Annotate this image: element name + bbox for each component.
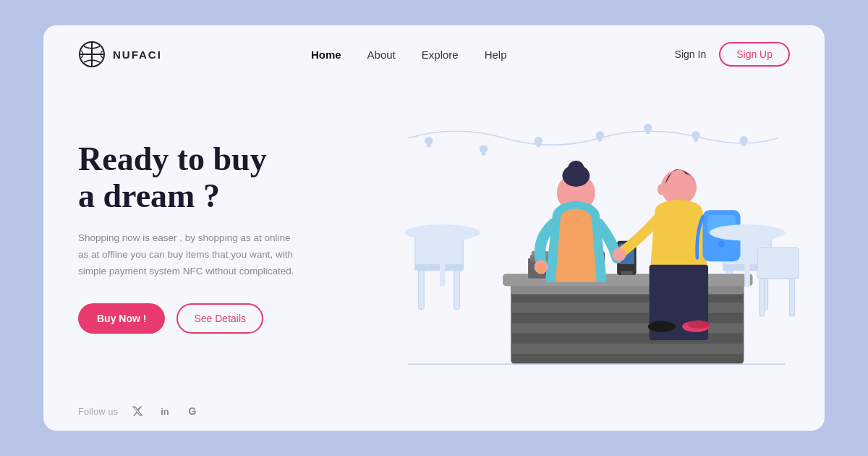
- nav-help[interactable]: Help: [485, 48, 507, 61]
- svg-point-15: [740, 136, 748, 144]
- nav-links: Home About Explore Help: [311, 48, 507, 61]
- svg-point-55: [718, 241, 724, 248]
- svg-point-49: [658, 184, 664, 195]
- svg-point-7: [535, 137, 542, 145]
- svg-rect-14: [694, 139, 698, 142]
- hero-buttons: Buy Now ! See Details: [78, 303, 353, 334]
- svg-point-45: [568, 161, 584, 177]
- see-details-button[interactable]: See Details: [176, 303, 263, 334]
- svg-rect-20: [415, 265, 463, 271]
- svg-rect-8: [536, 144, 540, 147]
- nav-explore[interactable]: Explore: [422, 48, 459, 61]
- follow-label: Follow us: [78, 406, 118, 417]
- svg-rect-62: [440, 231, 446, 286]
- svg-rect-36: [621, 271, 633, 275]
- nav-home[interactable]: Home: [311, 48, 341, 61]
- sign-in-button[interactable]: Sign In: [675, 48, 707, 60]
- svg-rect-27: [790, 279, 795, 316]
- google-icon[interactable]: G: [184, 403, 200, 419]
- main-card: NUFACI Home About Explore Help Sign In S…: [43, 25, 825, 431]
- buy-now-button[interactable]: Buy Now !: [78, 303, 165, 334]
- svg-rect-26: [760, 279, 765, 316]
- linkedin-icon[interactable]: in: [157, 403, 173, 419]
- navbar: NUFACI Home About Explore Help Sign In S…: [43, 25, 825, 83]
- footer: Follow us in G: [43, 392, 825, 431]
- svg-rect-63: [744, 231, 750, 286]
- main-content: Ready to buy a dream ? Shopping now is e…: [43, 83, 825, 392]
- svg-point-13: [692, 131, 699, 139]
- logo-icon: [78, 41, 106, 68]
- svg-rect-25: [757, 248, 799, 279]
- twitter-icon[interactable]: [129, 403, 145, 419]
- svg-point-3: [425, 137, 433, 145]
- svg-rect-16: [741, 143, 746, 146]
- logo[interactable]: NUFACI: [78, 41, 162, 68]
- nav-about[interactable]: About: [367, 48, 396, 61]
- svg-rect-6: [482, 153, 486, 156]
- svg-point-11: [644, 124, 652, 132]
- hero-description: Shopping now is easer , by shopping as a…: [78, 230, 302, 280]
- nav-actions: Sign In Sign Up: [675, 42, 790, 67]
- brand-name: NUFACI: [113, 48, 162, 61]
- svg-point-5: [480, 145, 488, 153]
- sign-up-button[interactable]: Sign Up: [719, 42, 790, 67]
- svg-rect-12: [646, 131, 650, 134]
- svg-point-9: [596, 131, 604, 139]
- svg-point-58: [688, 321, 710, 329]
- hero-text: Ready to buy a dream ? Shopping now is e…: [78, 141, 353, 334]
- svg-rect-32: [511, 344, 744, 354]
- svg-point-56: [648, 321, 676, 332]
- hero-title: Ready to buy a dream ?: [78, 141, 353, 214]
- svg-rect-18: [419, 269, 425, 310]
- svg-rect-4: [427, 144, 431, 147]
- svg-rect-10: [598, 139, 603, 142]
- svg-rect-19: [454, 269, 460, 310]
- hero-illustration: [362, 83, 825, 392]
- svg-point-52: [613, 248, 626, 261]
- svg-rect-30: [511, 303, 744, 313]
